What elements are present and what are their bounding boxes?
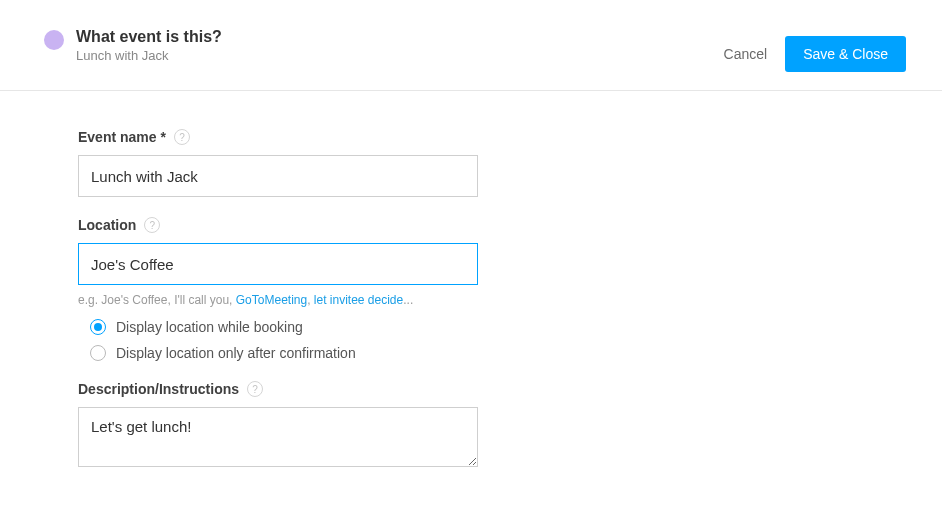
event-name-label-row: Event name * ? <box>78 129 898 145</box>
page-subtitle: Lunch with Jack <box>76 48 222 63</box>
location-display-options: Display location while booking Display l… <box>78 319 898 361</box>
location-field: Location ? e.g. Joe's Coffee, I'll call … <box>78 217 898 361</box>
description-field: Description/Instructions ? <box>78 381 898 471</box>
location-display-after-confirmation[interactable]: Display location only after confirmation <box>90 345 898 361</box>
header-actions: Cancel Save & Close <box>724 36 906 72</box>
location-hint-prefix: e.g. Joe's Coffee, I'll call you, <box>78 293 236 307</box>
location-label: Location <box>78 217 136 233</box>
help-icon[interactable]: ? <box>174 129 190 145</box>
location-hint: e.g. Joe's Coffee, I'll call you, GoToMe… <box>78 293 898 307</box>
location-display-while-booking[interactable]: Display location while booking <box>90 319 898 335</box>
help-icon[interactable]: ? <box>247 381 263 397</box>
header: What event is this? Lunch with Jack Canc… <box>0 0 942 91</box>
help-icon[interactable]: ? <box>144 217 160 233</box>
header-text: What event is this? Lunch with Jack <box>76 28 222 63</box>
event-name-field: Event name * ? <box>78 129 898 197</box>
radio-icon <box>90 345 106 361</box>
save-and-close-button[interactable]: Save & Close <box>785 36 906 72</box>
description-textarea[interactable] <box>78 407 478 467</box>
page-title: What event is this? <box>76 28 222 46</box>
radio-icon <box>90 319 106 335</box>
event-name-label: Event name * <box>78 129 166 145</box>
cancel-button[interactable]: Cancel <box>724 46 768 62</box>
form: Event name * ? Location ? e.g. Joe's Cof… <box>0 91 942 471</box>
radio-label: Display location only after confirmation <box>116 345 356 361</box>
radio-label: Display location while booking <box>116 319 303 335</box>
required-marker: * <box>160 129 165 145</box>
location-hint-suffix: ... <box>403 293 413 307</box>
header-left: What event is this? Lunch with Jack <box>44 28 222 63</box>
event-name-label-text: Event name <box>78 129 157 145</box>
location-label-row: Location ? <box>78 217 898 233</box>
location-hint-sep: , <box>307 293 314 307</box>
event-name-input[interactable] <box>78 155 478 197</box>
location-input[interactable] <box>78 243 478 285</box>
gotomeeting-link[interactable]: GoToMeeting <box>236 293 307 307</box>
description-label-row: Description/Instructions ? <box>78 381 898 397</box>
description-label: Description/Instructions <box>78 381 239 397</box>
let-invitee-decide-link[interactable]: let invitee decide <box>314 293 403 307</box>
event-color-dot <box>44 30 64 50</box>
